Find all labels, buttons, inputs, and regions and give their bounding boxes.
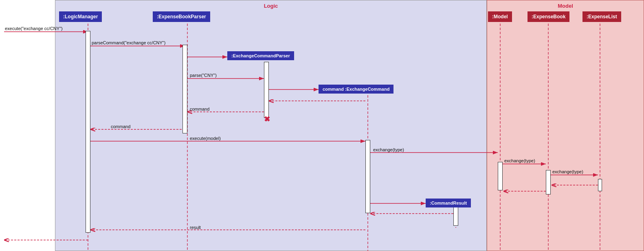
msg-result-label: result <box>190 225 201 230</box>
activation-exchangecommand <box>365 140 370 213</box>
activation-exchangecommandparser <box>264 62 269 118</box>
msg-exchangetype2-label: exchange(type) <box>504 158 535 163</box>
destroy-mark: ✖ <box>264 115 270 124</box>
msg-command-return1-label: command <box>190 107 209 111</box>
lifeline-expenselist: :ExpenseList <box>582 11 621 22</box>
activation-logicmanager <box>86 31 90 233</box>
activation-commandresult <box>453 205 458 226</box>
obj-exchangecommand: command :ExchangeCommand <box>319 85 393 94</box>
activation-expensebookparser <box>182 45 187 133</box>
obj-exchangecommandparser: :ExchangeCommandParser <box>227 51 294 60</box>
msg-command-return2-label: command <box>111 124 130 129</box>
msg-execute-label: execute("exchange cc/CNY") <box>5 26 63 31</box>
msg-parsecommand-label: parseCommand("exchange cc/CNY") <box>92 40 165 45</box>
lifeline-model: :Model <box>488 11 512 22</box>
model-region: Model <box>487 0 644 251</box>
msg-parse-label: parse("CNY") <box>190 73 217 78</box>
activation-expenselist <box>598 179 602 191</box>
activation-expensebook <box>546 170 551 194</box>
sequence-diagram: Logic Model :LogicManager :ExpenseBookPa… <box>0 0 644 251</box>
activation-model <box>498 162 503 190</box>
lifeline-logicmanager: :LogicManager <box>59 11 102 22</box>
lifeline-expensebook: :ExpenseBook <box>528 11 569 22</box>
msg-executemodel-label: execute(model) <box>190 136 221 141</box>
msg-exchangetype3-label: exchange(type) <box>552 169 583 174</box>
lifeline-expensebookparser: :ExpenseBookParser <box>153 11 210 22</box>
logic-label: Logic <box>55 3 486 9</box>
model-label: Model <box>487 3 644 9</box>
obj-commandresult: :CommandResult <box>426 199 471 207</box>
msg-exchangetype1-label: exchange(type) <box>373 147 404 152</box>
